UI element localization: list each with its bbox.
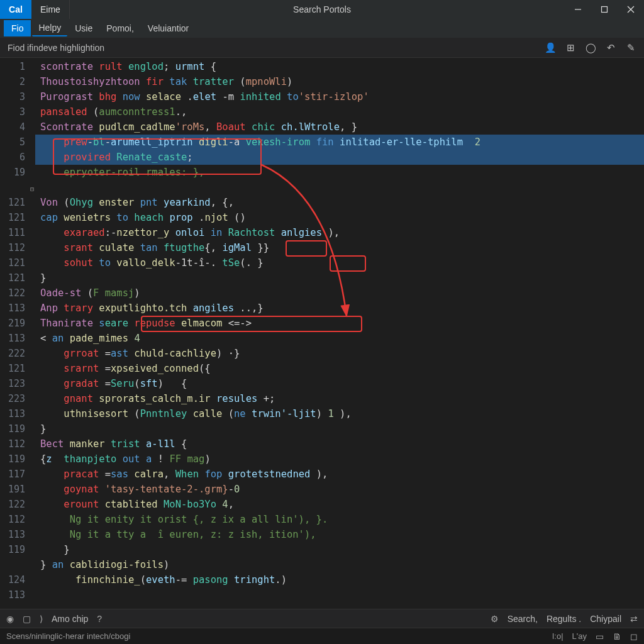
gear-icon[interactable]: ⚙ [491, 614, 499, 624]
code-line[interactable]: } [35, 542, 644, 557]
window-controls [565, 0, 644, 19]
editor[interactable]: 1233456191211211111121211211221132191132… [0, 58, 644, 609]
line-number: 191 [0, 482, 35, 497]
menubar: Fio Helpy Usie Pomoi, Veluiantior [0, 19, 644, 38]
close-button[interactable] [618, 0, 644, 19]
code-line[interactable]: {z thanpjeto out a ! FF mag) [35, 452, 644, 467]
code-line[interactable]: < an pade_mimes 4 [35, 331, 644, 346]
code-line[interactable]: exaraed:-nzettor_y onloi in Rachtost anl… [35, 225, 644, 240]
line-number: 112 [0, 436, 35, 452]
code-line[interactable]: Ng it enity it orist {, z ix a all lin')… [35, 512, 644, 527]
line-number: 121 [0, 361, 35, 376]
line-number: 113 [0, 527, 35, 542]
menu-fio[interactable]: Fio [4, 20, 31, 36]
line-number: 121 [0, 195, 35, 210]
code-line[interactable]: Scontrate pudlcm_cadlme'roMs, Boaut chic… [35, 119, 644, 135]
results-label[interactable]: Regults . [547, 614, 581, 624]
code-line[interactable]: erount ctablited MoN-bo3Yo 4, [35, 497, 644, 512]
status-path: Scens/ninlinglic-herar intech/cbogi [6, 631, 130, 641]
code-line[interactable]: } [35, 421, 644, 436]
status-chip[interactable]: Amo chip [52, 614, 88, 624]
line-gutter: 1233456191211211111121211211221132191132… [0, 58, 35, 609]
line-number: 2 [0, 74, 35, 89]
line-number [0, 180, 35, 195]
bottom-toolbar: ◉ ▢ ⟩ Amo chip ? ⚙ Search, Regults . Chi… [0, 609, 644, 628]
code-line[interactable]: Thoustoishyzhtoon fir tak tratter (mpnoW… [35, 74, 644, 89]
line-number: 123 [0, 376, 35, 391]
grid-icon[interactable]: ⊞ [565, 42, 576, 53]
code-line[interactable]: Bect manker trist a-l1l { [35, 436, 644, 452]
code-line[interactable]: goynat 'tasy-tentate-2-.grm}-0 [35, 482, 644, 497]
code-line[interactable]: sohut to vallo_delk-1t-î-. tSe(. } [35, 255, 644, 270]
line-number: 19 [0, 165, 35, 180]
maximize-button[interactable] [591, 0, 618, 19]
circle-icon[interactable]: ◉ [6, 614, 14, 624]
chevron-icon[interactable]: ⟩ [40, 614, 43, 624]
app-badge[interactable]: Cal [0, 0, 31, 19]
app-window: Cal Eime Search Portols Fio Helpy Usie P… [0, 0, 644, 644]
find-label: Fiod ifindeve highlightion [8, 43, 104, 53]
code-line[interactable]: pansaled (aumconntress1., [35, 104, 644, 119]
code-line[interactable]: gnant sprorats_calch_m.ir resules +; [35, 391, 644, 406]
line-number: 223 [0, 391, 35, 406]
minimize-button[interactable] [565, 0, 591, 19]
code-line[interactable]: gradat =Seru(sft) { [35, 376, 644, 391]
menu-pomoi[interactable]: Pomoi, [100, 21, 140, 36]
code-line[interactable]: provired Renate_caste; [35, 150, 644, 165]
code-line[interactable]: Ng it a tty a î euren, z: z ish, ition')… [35, 527, 644, 542]
status-right: I:o| L'ay ▭ 🗎 ◻ [552, 631, 638, 641]
line-number: 112 [0, 512, 35, 527]
line-number: 113 [0, 301, 35, 316]
code-line[interactable]: Purograst bhg now selace .elet -m inhite… [35, 89, 644, 104]
search-label[interactable]: Search, [508, 614, 538, 624]
code-line[interactable]: prew-bl-arumell_iptrin digli-a vekesh-ir… [35, 135, 644, 150]
line-number: 113 [0, 331, 35, 346]
code-line[interactable]: grroat =ast chuld-cachliye) ·} [35, 346, 644, 361]
line-number: 124 [0, 572, 35, 587]
menu-helpy[interactable]: Helpy [32, 20, 67, 36]
menu-veluiantior[interactable]: Veluiantior [142, 21, 195, 36]
line-number: 222 [0, 346, 35, 361]
line-number: 6 [0, 150, 35, 165]
undo-icon[interactable]: ↶ [605, 42, 616, 53]
more-icon[interactable]: ⇄ [630, 614, 638, 624]
code-line[interactable]: } [35, 270, 644, 286]
code-line[interactable]: Anp trary exputlighto.tch angiles ..,} [35, 301, 644, 316]
status-bar: Scens/ninlinglic-herar intech/cbogi I:o|… [0, 628, 644, 644]
edit-icon[interactable]: ✎ [625, 42, 636, 53]
status-box-icon[interactable]: ▭ [596, 631, 604, 641]
titlebar-left: Cal Eime [0, 0, 70, 19]
status-page-icon[interactable]: 🗎 [613, 631, 621, 641]
code-line[interactable]: } an cablidiogi-foils) [35, 557, 644, 572]
svg-rect-1 [602, 7, 608, 13]
line-number: 219 [0, 316, 35, 331]
chiypail-label[interactable]: Chiypail [590, 614, 621, 624]
code-line[interactable]: Von (Ohyg enster pnt yearkind, {, [35, 195, 644, 210]
code-line[interactable]: srarnt =xpseived_conned({ [35, 361, 644, 376]
code-line[interactable]: epryoter-roil rmales: }, [35, 165, 644, 180]
code-line[interactable] [35, 180, 644, 195]
line-number: 5 [0, 135, 35, 150]
line-number: 112 [0, 240, 35, 255]
code-area[interactable]: scontrate rult englod; urmnt {Thoustoish… [35, 58, 644, 609]
line-number: 111 [0, 225, 35, 240]
code-line[interactable]: uthnisesort (Pnntnley calle (ne trwin'-l… [35, 406, 644, 421]
person-icon[interactable]: 👤 [545, 42, 556, 53]
status-square-icon[interactable]: ◻ [630, 631, 638, 641]
refresh-icon[interactable]: ◯ [585, 42, 596, 53]
code-line[interactable]: finnchinie_(eveth-= pasong tringht.) [35, 572, 644, 587]
panel-icon[interactable]: ▢ [23, 614, 31, 624]
code-line[interactable]: srant culate tan ftugthe{, igMal }} [35, 240, 644, 255]
menu-usie[interactable]: Usie [69, 21, 99, 36]
window-title: Search Portols [0, 4, 644, 14]
titlebar-tab[interactable]: Eime [31, 0, 70, 19]
code-line[interactable]: Oade-st (F mamsj) [35, 286, 644, 301]
help-icon[interactable]: ? [97, 614, 102, 624]
line-number: 119 [0, 421, 35, 436]
code-line[interactable]: scontrate rult englod; urmnt { [35, 59, 644, 74]
line-number: 3 [0, 89, 35, 104]
code-line[interactable]: pracat =sas calra, When fop grotetstnedn… [35, 467, 644, 482]
line-number: 121 [0, 270, 35, 286]
code-line[interactable]: cap wenietrs to heach prop .njot () [35, 210, 644, 225]
code-line[interactable]: Thanirate seare repudse elmacom <=-> [35, 316, 644, 331]
